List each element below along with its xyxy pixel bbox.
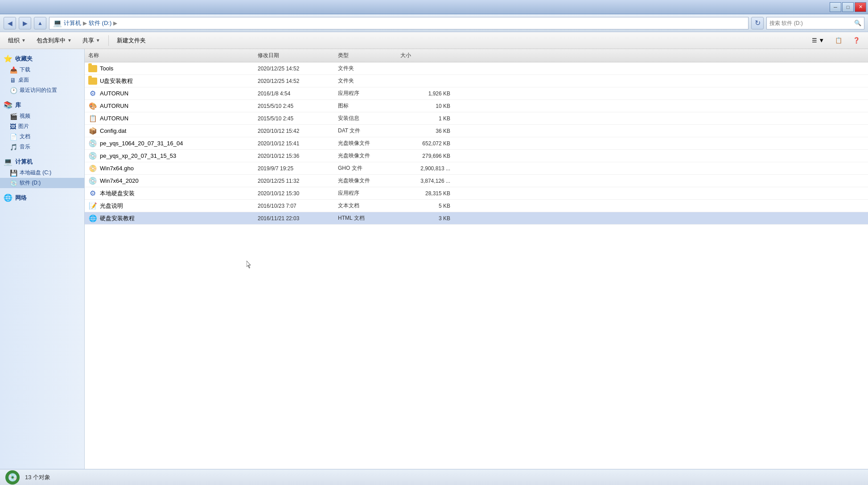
table-row[interactable]: 💿 pe_yqs_1064_20_07_31_16_04 2020/10/12 … — [85, 137, 868, 150]
file-size: 1 KB — [397, 115, 459, 122]
favorites-icon: ⭐ — [4, 54, 12, 63]
refresh-button[interactable]: ↻ — [751, 17, 764, 29]
share-button[interactable]: 共享 ▼ — [78, 34, 105, 47]
table-row[interactable]: 📋 AUTORUN 2015/5/10 2:45 安装信息 1 KB — [85, 112, 868, 125]
status-icon: 💿 — [5, 470, 20, 485]
file-size: 2,900,813 ... — [397, 165, 459, 172]
file-date: 2020/12/25 14:52 — [254, 66, 334, 72]
file-name: 光盘说明 — [100, 202, 123, 210]
close-button[interactable]: ✕ — [855, 2, 866, 12]
toolbar-separator — [108, 35, 109, 46]
file-size: 1,926 KB — [397, 90, 459, 97]
sidebar-item-document[interactable]: 📄 文档 — [0, 132, 84, 142]
file-name-cell: ⚙ AUTORUN — [85, 89, 254, 98]
table-row[interactable]: 🌐 硬盘安装教程 2016/11/21 22:03 HTML 文档 3 KB — [85, 212, 868, 225]
file-name: AUTORUN — [100, 90, 128, 97]
table-row[interactable]: 📦 Config.dat 2020/10/12 15:42 DAT 文件 36 … — [85, 125, 868, 137]
file-name-cell: 📋 AUTORUN — [85, 114, 254, 123]
file-name: Config.dat — [100, 127, 126, 134]
table-row[interactable]: 📀 Win7x64.gho 2019/9/7 19:25 GHO 文件 2,90… — [85, 162, 868, 175]
minimize-button[interactable]: ─ — [830, 2, 841, 12]
maximize-button[interactable]: □ — [842, 2, 854, 12]
file-type: 文件夹 — [334, 65, 397, 72]
file-name: pe_yqs_1064_20_07_31_16_04 — [100, 140, 183, 147]
file-icon-ico: 🎨 — [88, 102, 97, 111]
forward-button[interactable]: ▶ — [19, 17, 31, 29]
file-size: 652,072 KB — [397, 140, 459, 147]
breadcrumb-sep1: ▶ — [83, 20, 87, 26]
breadcrumb-computer[interactable]: 计算机 — [64, 19, 81, 27]
file-icon-html: 🌐 — [88, 214, 97, 223]
file-icon-folder — [88, 64, 97, 73]
col-header-type[interactable]: 类型 — [334, 51, 397, 60]
file-list: Tools 2020/12/25 14:52 文件夹 U盘安装教程 2020/1… — [85, 62, 868, 225]
file-type: 光盘映像文件 — [334, 177, 397, 185]
table-row[interactable]: ⚙ 本地硬盘安装 2020/10/12 15:30 应用程序 28,315 KB — [85, 187, 868, 200]
table-row[interactable]: U盘安装教程 2020/12/25 14:52 文件夹 — [85, 75, 868, 87]
up-button[interactable]: ▲ — [34, 17, 46, 29]
file-name-cell: 💿 pe_yqs_1064_20_07_31_16_04 — [85, 139, 254, 148]
file-size: 3,874,126 ... — [397, 178, 459, 184]
breadcrumb-drive[interactable]: 软件 (D:) — [89, 19, 111, 27]
sidebar-group-network[interactable]: 🌐 网络 — [0, 192, 84, 204]
file-type: GHO 文件 — [334, 164, 397, 172]
file-type: DAT 文件 — [334, 127, 397, 135]
col-header-date[interactable]: 修改日期 — [254, 51, 334, 60]
file-icon-gho: 📀 — [88, 164, 97, 173]
view-options-button[interactable]: ☰ ▼ — [807, 34, 829, 47]
file-icon-dat: 📦 — [88, 127, 97, 136]
file-type: 安装信息 — [334, 115, 397, 122]
file-date: 2020/12/25 14:52 — [254, 78, 334, 84]
search-box: 🔍 — [766, 17, 864, 29]
file-name-cell: ⚙ 本地硬盘安装 — [85, 189, 254, 198]
status-bar: 💿 13 个对象 — [0, 469, 868, 485]
sidebar-item-music[interactable]: 🎵 音乐 — [0, 142, 84, 152]
new-folder-button[interactable]: 新建文件夹 — [112, 34, 150, 47]
file-name: AUTORUN — [100, 115, 128, 122]
col-header-name[interactable]: 名称 — [85, 51, 254, 60]
table-row[interactable]: 💿 Win7x64_2020 2020/12/25 11:32 光盘映像文件 3… — [85, 175, 868, 187]
sidebar-item-download[interactable]: 📥 下载 — [0, 65, 84, 75]
organize-button[interactable]: 组织 ▼ — [4, 34, 30, 47]
column-headers: 名称 修改日期 类型 大小 — [85, 49, 868, 62]
file-name-cell: 📦 Config.dat — [85, 127, 254, 136]
preview-pane-button[interactable]: 📋 — [831, 34, 847, 47]
desktop-icon: 🖥 — [10, 77, 16, 84]
include-library-button[interactable]: 包含到库中 ▼ — [32, 34, 76, 47]
file-type: 图标 — [334, 102, 397, 110]
file-name: Win7x64_2020 — [100, 177, 139, 184]
sidebar-item-d-drive[interactable]: 💿 软件 (D:) — [0, 178, 84, 188]
file-icon-exe: ⚙ — [88, 89, 97, 98]
sidebar-item-recent[interactable]: 🕐 最近访问的位置 — [0, 85, 84, 95]
sidebar-item-desktop[interactable]: 🖥 桌面 — [0, 75, 84, 85]
content-area: 名称 修改日期 类型 大小 Tools 2020/12/25 14:52 文件夹… — [85, 49, 868, 469]
sidebar-item-video[interactable]: 🎬 视频 — [0, 111, 84, 121]
file-type: 文本文档 — [334, 202, 397, 210]
sidebar-group-favorites[interactable]: ⭐ 收藏夹 — [0, 53, 84, 65]
file-icon-inf: 📋 — [88, 114, 97, 123]
sidebar-group-library[interactable]: 📚 库 — [0, 99, 84, 111]
table-row[interactable]: 📝 光盘说明 2016/10/23 7:07 文本文档 5 KB — [85, 200, 868, 212]
search-input[interactable] — [769, 20, 854, 26]
sidebar-group-computer[interactable]: 💻 计算机 — [0, 156, 84, 168]
c-drive-icon: 💾 — [10, 169, 17, 177]
file-size: 3 KB — [397, 215, 459, 222]
sidebar-item-c-drive[interactable]: 💾 本地磁盘 (C:) — [0, 168, 84, 178]
share-dropdown-arrow: ▼ — [96, 38, 100, 43]
sidebar-item-picture[interactable]: 🖼 图片 — [0, 121, 84, 132]
sidebar: ⭐ 收藏夹 📥 下载 🖥 桌面 🕐 最近访问的位置 📚 库 — [0, 49, 85, 469]
table-row[interactable]: Tools 2020/12/25 14:52 文件夹 — [85, 62, 868, 75]
file-icon-exe: ⚙ — [88, 189, 97, 198]
col-header-size[interactable]: 大小 — [397, 51, 459, 60]
file-icon-iso: 💿 — [88, 152, 97, 160]
file-icon-iso: 💿 — [88, 139, 97, 148]
file-date: 2020/10/12 15:36 — [254, 153, 334, 159]
back-button[interactable]: ◀ — [4, 17, 16, 29]
file-date: 2020/12/25 11:32 — [254, 178, 334, 184]
table-row[interactable]: ⚙ AUTORUN 2016/1/8 4:54 应用程序 1,926 KB — [85, 87, 868, 100]
table-row[interactable]: 💿 pe_yqs_xp_20_07_31_15_53 2020/10/12 15… — [85, 150, 868, 162]
help-button[interactable]: ❓ — [848, 34, 864, 47]
file-type: 应用程序 — [334, 189, 397, 197]
organize-dropdown-arrow: ▼ — [21, 38, 26, 43]
table-row[interactable]: 🎨 AUTORUN 2015/5/10 2:45 图标 10 KB — [85, 100, 868, 112]
